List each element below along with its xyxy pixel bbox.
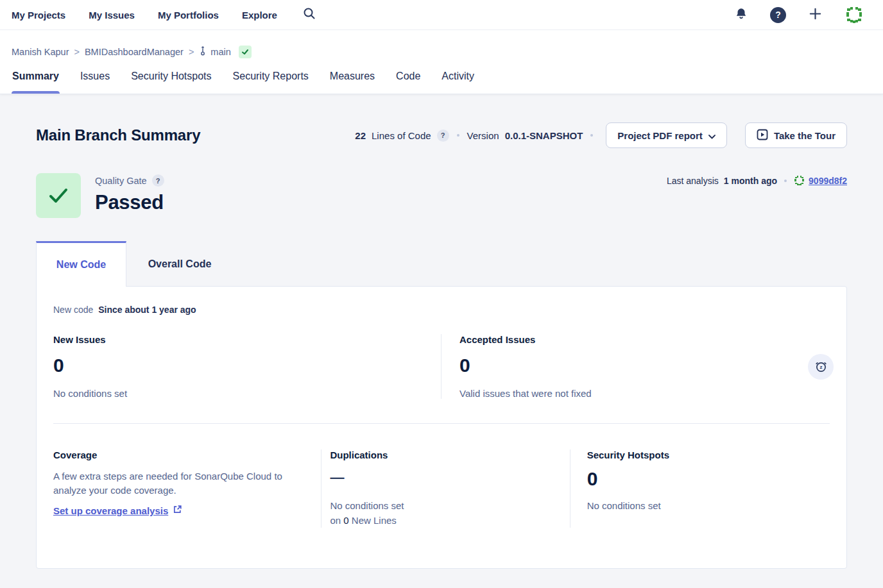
identicon-avatar-icon xyxy=(844,5,864,24)
duplications-new-lines-value: 0 xyxy=(343,515,348,526)
quality-gate-help-icon[interactable]: ? xyxy=(152,174,164,187)
metric-new-issues: New Issues 0 No conditions set xyxy=(53,334,442,399)
coverage-link-label: Set up coverage analysis xyxy=(53,505,168,516)
nav-my-projects[interactable]: My Projects xyxy=(12,10,65,21)
duplications-new-lines-label: New Lines xyxy=(352,515,397,526)
search-icon xyxy=(303,7,316,22)
metric-subtitle: Valid issues that were not fixed xyxy=(459,388,808,399)
coverage-description: A few extra steps are needed for SonarQu… xyxy=(53,469,293,498)
metric-subtitle: No conditions set xyxy=(53,388,423,399)
user-avatar[interactable] xyxy=(844,5,864,24)
duplications-section: Duplications — No conditions set on 0 Ne… xyxy=(321,449,569,528)
dot-separator xyxy=(590,134,593,137)
create-button[interactable] xyxy=(808,6,823,23)
metric-value[interactable]: 0 xyxy=(459,355,808,376)
breadcrumb-separator: > xyxy=(74,47,79,57)
notifications-button[interactable] xyxy=(734,7,748,23)
branch-icon xyxy=(199,45,207,58)
global-top-bar: My Projects My Issues My Portfolios Expl… xyxy=(0,0,883,30)
commit-hash-link[interactable]: 9099d8f2 xyxy=(809,176,847,186)
tab-summary[interactable]: Summary xyxy=(12,62,60,94)
tab-security-reports[interactable]: Security Reports xyxy=(232,62,309,94)
play-icon xyxy=(757,129,768,142)
project-header: Manish Kapur > BMIDashboardManager > mai… xyxy=(0,30,883,94)
breadcrumb-org-link[interactable]: Manish Kapur xyxy=(12,47,69,57)
take-the-tour-button[interactable]: Take the Tour xyxy=(745,122,847,148)
tab-activity[interactable]: Activity xyxy=(441,62,475,94)
breadcrumb-separator: > xyxy=(189,47,194,57)
help-icon: ? xyxy=(770,7,786,23)
lines-of-code-help-icon[interactable]: ? xyxy=(437,130,449,142)
version-label: Version xyxy=(467,130,499,141)
pdf-button-label: Project PDF report xyxy=(617,130,703,141)
tab-security-hotspots[interactable]: Security Hotspots xyxy=(130,62,212,94)
duplications-title: Duplications xyxy=(330,449,569,460)
page-title: Main Branch Summary xyxy=(36,126,200,144)
last-analysis-label: Last analysis xyxy=(667,176,719,186)
branch-selector[interactable]: main xyxy=(199,45,230,58)
duplications-conditions: No conditions set xyxy=(330,500,404,511)
tab-issues[interactable]: Issues xyxy=(80,62,110,94)
nav-my-issues[interactable]: My Issues xyxy=(89,10,135,21)
metric-title: Accepted Issues xyxy=(459,334,808,345)
metric-value[interactable]: 0 xyxy=(53,355,423,376)
check-icon xyxy=(47,185,69,206)
metric-title: New Issues xyxy=(53,334,423,345)
external-link-icon xyxy=(173,505,182,516)
check-icon xyxy=(241,48,249,56)
main-content: Main Branch Summary 22 Lines of Code ? V… xyxy=(0,122,883,569)
tab-new-code[interactable]: New Code xyxy=(36,241,126,287)
security-hotspots-subtitle: No conditions set xyxy=(587,500,830,511)
alarm-snooze-icon: z xyxy=(814,360,828,373)
dot-separator xyxy=(784,180,787,182)
nav-my-portfolios[interactable]: My Portfolios xyxy=(158,10,219,21)
svg-text:z: z xyxy=(819,364,822,370)
new-code-period: Since about 1 year ago xyxy=(98,305,196,315)
project-pdf-report-button[interactable]: Project PDF report xyxy=(606,122,727,148)
tab-code[interactable]: Code xyxy=(395,62,421,94)
breadcrumb: Manish Kapur > BMIDashboardManager > mai… xyxy=(12,30,871,62)
tab-overall-code[interactable]: Overall Code xyxy=(126,241,233,287)
new-code-label: New code xyxy=(53,305,93,315)
breadcrumb-project-link[interactable]: BMIDashboardManager xyxy=(85,47,184,57)
plus-icon xyxy=(808,6,823,23)
panel-divider xyxy=(53,423,830,424)
search-button[interactable] xyxy=(303,7,316,22)
lines-of-code-value: 22 xyxy=(355,130,366,141)
quality-gate-status: Passed xyxy=(95,191,164,214)
nav-explore[interactable]: Explore xyxy=(242,10,277,21)
chevron-down-icon xyxy=(708,130,716,141)
coverage-section: Coverage A few extra steps are needed fo… xyxy=(53,449,321,528)
security-hotspots-section: Security Hotspots 0 No conditions set xyxy=(570,449,830,528)
accepted-issues-badge: z xyxy=(808,354,834,380)
help-button[interactable]: ? xyxy=(770,7,786,23)
security-hotspots-title: Security Hotspots xyxy=(587,449,830,460)
metric-accepted-issues: Accepted Issues 0 Valid issues that were… xyxy=(442,334,830,399)
global-nav: My Projects My Issues My Portfolios Expl… xyxy=(12,10,277,21)
coverage-title: Coverage xyxy=(53,449,293,460)
code-scope-tabs: New Code Overall Code xyxy=(36,241,847,287)
duplications-on-label: on xyxy=(330,515,341,526)
lines-of-code-label: Lines of Code xyxy=(372,130,431,141)
new-code-panel: New code Since about 1 year ago New Issu… xyxy=(36,286,847,569)
quality-gate-label: Quality Gate xyxy=(95,176,147,186)
tab-measures[interactable]: Measures xyxy=(329,62,375,94)
identicon-commit-avatar-icon xyxy=(794,175,805,186)
last-analysis-value: 1 month ago xyxy=(724,176,777,186)
branch-name: main xyxy=(210,47,230,57)
setup-coverage-link[interactable]: Set up coverage analysis xyxy=(53,505,293,516)
security-hotspots-value[interactable]: 0 xyxy=(587,468,830,490)
branch-quality-gate-badge xyxy=(239,46,252,58)
dot-separator xyxy=(457,134,459,137)
duplications-value: — xyxy=(330,469,569,486)
tour-button-label: Take the Tour xyxy=(774,130,836,141)
version-value: 0.0.1-SNAPSHOT xyxy=(505,130,583,141)
project-tabs: Summary Issues Security Hotspots Securit… xyxy=(12,62,871,94)
bell-icon xyxy=(734,7,748,23)
quality-gate-status-icon xyxy=(36,173,81,218)
